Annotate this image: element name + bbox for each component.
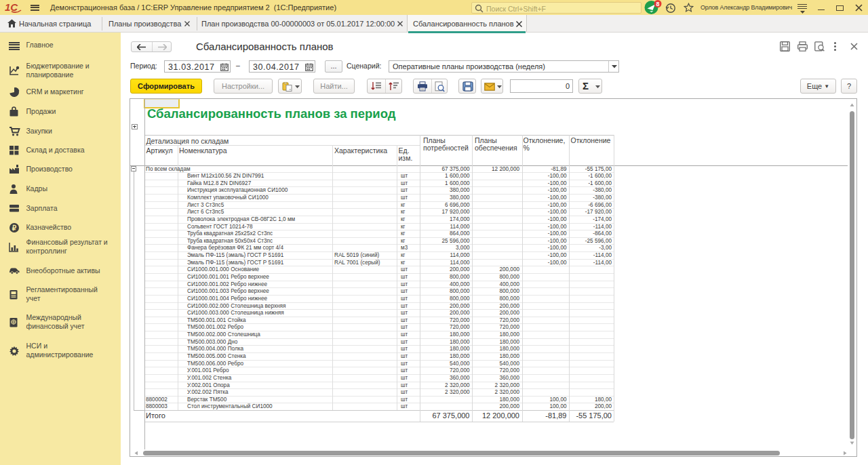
svg-text:1С: 1С (5, 1, 18, 13)
svg-text:₽: ₽ (12, 224, 17, 232)
svg-text:8: 8 (656, 1, 659, 7)
